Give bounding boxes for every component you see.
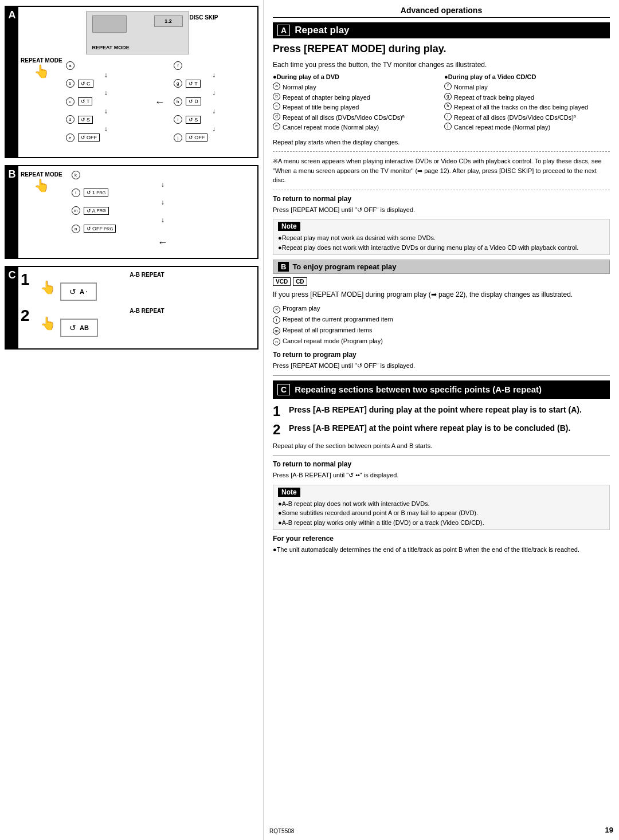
section-a-left-label: A bbox=[6, 7, 18, 157]
note-c-item-2: ●Some subtitles recorded around point A … bbox=[278, 508, 605, 518]
dashed-divider-2 bbox=[273, 190, 610, 190]
disp-offprg: ↺ OFF PRG bbox=[84, 225, 116, 233]
circle-n: n bbox=[72, 225, 80, 233]
section-a-diagram: A 1.2 REPEAT MODE DISC SKIP REPEAT MODE … bbox=[5, 6, 258, 158]
intro-text-a: Each time you press the button, the TV m… bbox=[273, 60, 610, 70]
return-heading-a: To return to normal play bbox=[273, 195, 610, 203]
disp-s: ↺ S bbox=[78, 116, 93, 124]
dvd-col-header: ●During play of a DVD bbox=[273, 73, 438, 80]
circle-m: m bbox=[72, 206, 80, 215]
vcd-item-i: i Repeat of all discs (DVDs/Video CDs/CD… bbox=[444, 113, 610, 123]
section-c-title: Repeating sections between two specific … bbox=[295, 384, 542, 394]
note-c-item-1: ●A-B repeat play does not work with inte… bbox=[278, 499, 605, 509]
step-2-num: 2 bbox=[273, 423, 284, 437]
section-b-title: To enjoy program repeat play bbox=[292, 262, 396, 271]
return-text-b: Press [REPEAT MODE] until "↺ OFF" is dis… bbox=[273, 361, 610, 371]
circle-c: c bbox=[66, 97, 75, 106]
repeat-mode-b-label: REPEAT MODE bbox=[21, 171, 62, 178]
dvd-list-col: ●During play of a DVD a Normal play b Re… bbox=[273, 73, 438, 133]
divider-c-note bbox=[273, 455, 610, 456]
main-heading: Press [REPEAT MODE] during play. bbox=[273, 43, 610, 55]
flow-col-left: a ↓ b ↺ C ↓ c ↺ T ↓ bbox=[66, 61, 146, 143]
hand-press-b-icon: 👆 bbox=[21, 178, 62, 193]
step-1-content: A-B REPEAT 👆 ↺ A · bbox=[40, 272, 254, 301]
step-2-row: 2 A-B REPEAT 👆 ↺ AB bbox=[21, 308, 254, 337]
section-c-letter: C bbox=[277, 384, 290, 395]
page-number: 19 bbox=[605, 826, 613, 834]
disp-1prg: ↺ 1 PRG bbox=[84, 189, 109, 197]
step-1-text: Press [A-B REPEAT] during play at the po… bbox=[289, 405, 582, 416]
circle-h: h bbox=[174, 97, 182, 106]
ab-repeat-2-label: A-B REPEAT bbox=[40, 308, 254, 314]
vcd-col-header: ●During play of a Video CD/CD bbox=[444, 73, 610, 80]
return-heading-c: To return to normal play bbox=[273, 460, 610, 468]
circle-i: i bbox=[174, 115, 182, 124]
section-a-letter: A bbox=[277, 25, 290, 36]
vcd-item-g: g Repeat of track being played bbox=[444, 93, 610, 103]
section-c-header: C Repeating sections between two specifi… bbox=[273, 380, 610, 399]
dvd-item-b: b Repeat of chapter being played bbox=[273, 93, 438, 103]
badge-row: VCD CD bbox=[273, 277, 610, 286]
repeat-mode-left-label: REPEAT MODE bbox=[92, 45, 130, 50]
dvd-item-e: e Cancel repeat mode (Normal play) bbox=[273, 123, 438, 133]
disp-t2: ↺ T bbox=[186, 80, 201, 88]
note-title-c: Note bbox=[278, 488, 300, 497]
section-b-items: kProgram play lRepeat of the current pro… bbox=[273, 303, 610, 346]
flow-back-arrow-a: ← bbox=[155, 61, 165, 143]
step-1-row: 1 A-B REPEAT 👆 ↺ A · bbox=[21, 272, 254, 301]
circle-a: a bbox=[66, 61, 75, 70]
circle-f: f bbox=[174, 61, 182, 70]
vcd-item-j: j Cancel repeat mode (Normal play) bbox=[444, 123, 610, 133]
circle-k: k bbox=[72, 171, 80, 179]
vcd-badge: VCD bbox=[273, 277, 291, 286]
step-1-number: 1 bbox=[21, 272, 34, 288]
hand-press-c2-icon: 👆 bbox=[40, 316, 56, 331]
disp-c: ↺ C bbox=[78, 80, 93, 88]
step-1-num: 1 bbox=[273, 405, 284, 418]
note-box-c: Note ●A-B repeat play does not work with… bbox=[273, 485, 610, 531]
step-2-text: Press [A-B REPEAT] at the point where re… bbox=[289, 423, 570, 434]
intro-text-b: If you press [REPEAT MODE] during progra… bbox=[273, 289, 610, 300]
footnote-a: Repeat play starts when the display chan… bbox=[273, 138, 610, 147]
section-a-title: Repeat play bbox=[295, 25, 349, 36]
flow-col-right: f ↓ g ↺ T ↓ h ↺ D ↓ bbox=[174, 61, 254, 143]
section-c-diagram: C 1 A-B REPEAT 👆 ↺ A · 2 A-B REPEAT bbox=[5, 266, 258, 350]
b-item-m: mRepeat of all programmed items bbox=[273, 325, 610, 336]
circle-l: l bbox=[72, 189, 80, 197]
two-col-list: ●During play of a DVD a Normal play b Re… bbox=[273, 73, 610, 133]
ab-display-2-icon: ↺ bbox=[69, 323, 76, 332]
ab-display-2-text: AB bbox=[80, 324, 89, 331]
b-item-l: lRepeat of the current programmed item bbox=[273, 314, 610, 325]
after-step2-text: Repeat play of the section between point… bbox=[273, 441, 610, 451]
ab-display-1-text: A · bbox=[80, 288, 88, 295]
note-item-2: ●Repeat play does not work with interact… bbox=[278, 243, 605, 253]
circle-e: e bbox=[66, 134, 75, 142]
vcd-items: f Normal play g Repeat of track being pl… bbox=[444, 83, 610, 133]
ref-text: ●The unit automatically determines the e… bbox=[273, 545, 610, 555]
section-a-header: A Repeat play bbox=[273, 22, 610, 38]
note-asterisk: ※A menu screen appears when playing inte… bbox=[273, 156, 610, 185]
return-text-c: Press [A-B REPEAT] until "↺ ••" is displ… bbox=[273, 470, 610, 480]
b-item-k: kProgram play bbox=[273, 303, 610, 314]
flow-col-b: k ↓ l ↺ 1 PRG ↓ m ↺ A PRG ↓ n ↺ OFF PRG bbox=[72, 171, 254, 249]
vcd-list-col: ●During play of a Video CD/CD f Normal p… bbox=[444, 73, 610, 133]
step-1: 1 Press [A-B REPEAT] during play at the … bbox=[273, 405, 610, 418]
dvd-item-d: d Repeat of all discs (DVDs/Video CDs/CD… bbox=[273, 113, 438, 123]
disp-t: ↺ T bbox=[78, 97, 93, 105]
disp-d: ↺ D bbox=[186, 97, 201, 105]
disc-skip-label: DISC SKIP bbox=[189, 14, 218, 21]
step-2-number: 2 bbox=[21, 308, 34, 324]
step-2-content: A-B REPEAT 👆 ↺ AB bbox=[40, 308, 254, 337]
disp-aprg: ↺ A PRG bbox=[84, 207, 109, 215]
advanced-operations-header: Advanced operations bbox=[273, 6, 610, 18]
circle-g: g bbox=[174, 79, 182, 88]
note-box-a: Note ●Repeat play may not work as desire… bbox=[273, 219, 610, 255]
section-b-diagram: B REPEAT MODE 👆 k ↓ l ↺ 1 PRG ↓ m ↺ A PR… bbox=[5, 165, 258, 259]
section-b-letter: B bbox=[278, 262, 289, 272]
section-c-left-label: C bbox=[6, 267, 18, 348]
note-c-item-3: ●A-B repeat play works only within a tit… bbox=[278, 518, 605, 528]
model-number: RQT5508 bbox=[269, 828, 294, 834]
dvd-item-a: a Normal play bbox=[273, 83, 438, 93]
ref-heading: For your reference bbox=[273, 535, 610, 543]
disp-off1: ↺ OFF bbox=[78, 134, 100, 142]
